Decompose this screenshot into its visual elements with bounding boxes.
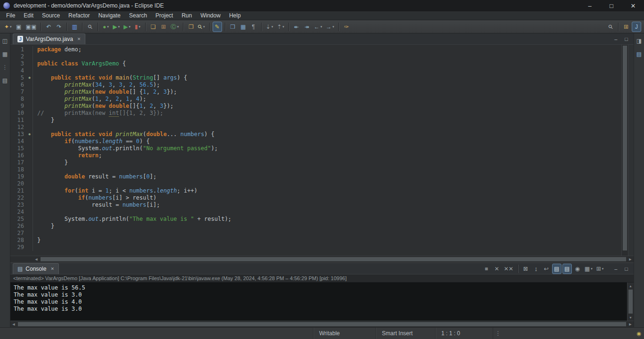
console-horizontal-scrollbar[interactable]: ◀ ▶ — [10, 321, 634, 327]
view-handle-icon[interactable]: ⋮ — [0, 64, 10, 71]
scroll-down-icon[interactable]: ▼ — [627, 314, 634, 321]
console-scroll-right-icon[interactable]: ▶ — [627, 321, 634, 327]
menu-item-refactor[interactable]: Refactor — [64, 12, 94, 19]
code-line[interactable]: 18 — [10, 166, 621, 173]
pin-console-button[interactable]: ◉ — [573, 264, 582, 274]
console-scroll-left-icon[interactable]: ◀ — [10, 321, 17, 327]
code-line[interactable]: 2 — [10, 53, 621, 60]
line-number[interactable]: 12 — [10, 124, 26, 131]
menu-item-search[interactable]: Search — [125, 12, 151, 19]
code-line[interactable]: 15 System.out.println("No argument passe… — [10, 145, 621, 152]
tab-close-icon[interactable]: ✕ — [77, 37, 81, 41]
line-number[interactable]: 4 — [10, 67, 26, 74]
menu-item-project[interactable]: Project — [151, 12, 177, 19]
code-line[interactable]: 20 — [10, 180, 621, 187]
editor-horizontal-scrollbar-track[interactable] — [40, 256, 627, 262]
line-number[interactable]: 28 — [10, 237, 26, 244]
word-wrap-button[interactable]: ↩ — [542, 264, 551, 274]
code-line[interactable]: 7 printMax(new double[] {1, 2, 3}); — [10, 89, 621, 96]
code-line[interactable]: 24 — [10, 209, 621, 216]
coverage-button[interactable]: ▮▾ — [133, 22, 142, 32]
previous-edit-location-button[interactable]: ↞ — [292, 22, 301, 32]
show-stdout-button[interactable]: ▤ — [552, 264, 561, 274]
console-tab-close-icon[interactable]: ✕ — [50, 266, 54, 271]
back-button[interactable]: ←▾ — [313, 22, 324, 32]
notification-icon[interactable]: ◉ — [636, 331, 641, 337]
save-all-button[interactable]: ▣▣ — [25, 22, 38, 32]
menu-item-source[interactable]: Source — [38, 12, 64, 19]
editor-vertical-scrollbar[interactable] — [621, 45, 628, 256]
minimized-outline-icon[interactable]: ▤ — [635, 50, 644, 58]
editor-minimize-button[interactable]: – — [614, 36, 617, 42]
show-view-button[interactable]: ▦ — [239, 22, 248, 32]
code-line[interactable]: 22 if(numbers[i] > result) — [10, 194, 621, 202]
next-edit-location-button[interactable]: ↠ — [302, 22, 312, 32]
scroll-up-icon[interactable]: ▲ — [627, 282, 634, 289]
line-number[interactable]: 3 — [10, 60, 26, 67]
line-number[interactable]: 13 — [10, 131, 26, 138]
line-number[interactable]: 14 — [10, 138, 26, 145]
editor-horizontal-scrollbar-thumb[interactable] — [41, 257, 626, 261]
line-number[interactable]: 29 — [10, 244, 26, 251]
line-number[interactable]: 1 — [10, 46, 26, 53]
pin-editor-button[interactable]: ✑ — [342, 22, 351, 32]
code-line[interactable]: 27 — [10, 230, 621, 237]
show-whitespace-button[interactable]: ¶ — [249, 22, 258, 32]
window-minimize-button[interactable]: – — [579, 0, 601, 11]
console-vertical-scrollbar-thumb[interactable] — [628, 290, 633, 314]
line-number[interactable]: 17 — [10, 159, 26, 166]
line-number[interactable]: 8 — [10, 96, 26, 103]
code-line[interactable]: 16 return; — [10, 152, 621, 159]
menu-item-navigate[interactable]: Navigate — [94, 12, 124, 19]
display-console-button[interactable]: ▦▾ — [583, 264, 594, 274]
new-java-project-button[interactable]: ❏ — [149, 22, 158, 32]
line-number[interactable]: 20 — [10, 180, 26, 187]
code-line[interactable]: 13● public static void printMax(double..… — [10, 131, 621, 138]
scroll-right-icon[interactable]: ▶ — [627, 256, 634, 262]
console-horizontal-scrollbar-track[interactable] — [17, 321, 627, 327]
show-stderr-button[interactable]: ▤ — [562, 264, 572, 274]
console-minimize-button[interactable]: – — [614, 266, 617, 272]
minimized-package-explorer-icon[interactable]: ▦ — [0, 50, 10, 58]
line-number[interactable]: 15 — [10, 145, 26, 152]
code-line[interactable]: 1package demo; — [10, 46, 621, 53]
line-number[interactable]: 9 — [10, 103, 26, 110]
line-number[interactable]: 27 — [10, 230, 26, 237]
line-number[interactable]: 5 — [10, 74, 26, 81]
line-number[interactable]: 22 — [10, 194, 26, 202]
debug-button[interactable]: ●▾ — [101, 22, 110, 32]
console-maximize-button[interactable]: □ — [625, 266, 628, 272]
new-wizard-button[interactable]: ✦▾ — [3, 22, 13, 32]
terminate-button[interactable]: ■ — [482, 264, 491, 274]
statusbar-menu-icon[interactable]: ⋮ — [493, 328, 503, 339]
scroll-lock-button[interactable]: ↨ — [531, 264, 541, 274]
line-number[interactable]: 6 — [10, 81, 26, 89]
menu-item-edit[interactable]: Edit — [19, 12, 38, 19]
editor-maximize-button[interactable]: □ — [625, 36, 628, 42]
quick-search-button[interactable]: ⚲ — [606, 22, 615, 32]
clear-console-button[interactable]: ⊠ — [521, 264, 530, 274]
editor-horizontal-scrollbar[interactable]: ◀ ▶ — [10, 256, 634, 262]
code-line[interactable]: 10// printMax(new int[]{1, 2, 3}); — [10, 110, 621, 117]
window-maximize-button[interactable]: □ — [601, 0, 622, 11]
open-type-button[interactable]: ❐ — [186, 22, 196, 32]
console-vertical-scrollbar[interactable]: ▲ ▼ — [627, 282, 634, 321]
window-close-button[interactable]: ✕ — [622, 0, 644, 11]
code-line[interactable]: 26 } — [10, 223, 621, 230]
code-line[interactable]: 11 } — [10, 117, 621, 124]
console-output[interactable]: The max value is 56.5The max value is 3.… — [10, 282, 627, 321]
redo-button[interactable]: ↷ — [54, 22, 64, 32]
menu-item-window[interactable]: Window — [196, 12, 225, 19]
new-java-class-button[interactable]: Ⓒ▾ — [169, 22, 181, 32]
open-console-button[interactable]: ⊞▾ — [595, 264, 605, 274]
external-search-button[interactable]: ⚲▾ — [197, 22, 206, 32]
menu-item-help[interactable]: Help — [225, 12, 245, 19]
code-area[interactable]: 1package demo;23public class VarArgsDemo… — [10, 45, 621, 256]
restore-right-trim-icon[interactable]: ◨ — [635, 37, 644, 45]
code-line[interactable]: 29 — [10, 244, 621, 251]
console-view-button[interactable]: ▥ — [70, 22, 79, 32]
line-number[interactable]: 23 — [10, 202, 26, 209]
console-horizontal-scrollbar-thumb[interactable] — [18, 322, 626, 326]
code-line[interactable]: 17 } — [10, 159, 621, 166]
undo-button[interactable]: ↶ — [44, 22, 53, 32]
